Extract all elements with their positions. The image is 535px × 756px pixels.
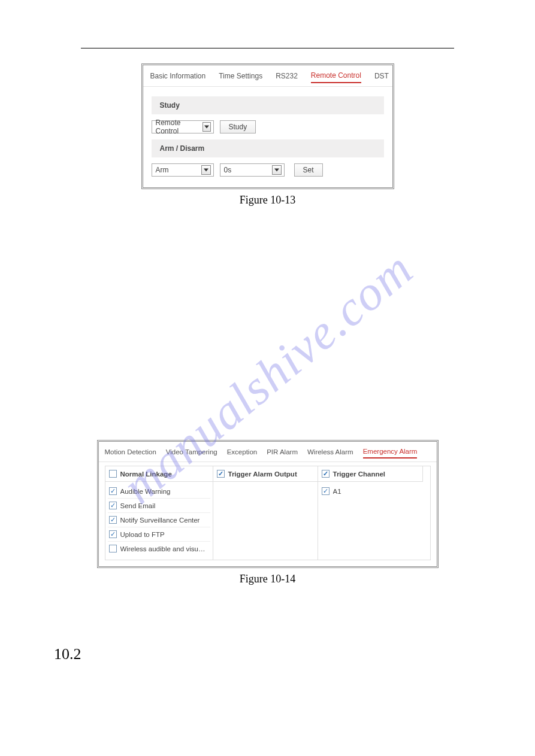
tab-dst[interactable]: DST <box>374 72 389 83</box>
linkage-item[interactable]: Send Email <box>108 499 210 513</box>
linkage-item-label: Send Email <box>120 502 156 509</box>
tab-motion-detection[interactable]: Motion Detection <box>105 448 156 458</box>
col-header-label: Trigger Channel <box>333 470 386 478</box>
arm-select[interactable]: Arm <box>152 163 214 177</box>
arm-section-header: Arm / Disarm <box>152 139 384 157</box>
channel-item[interactable]: A1 <box>321 484 421 498</box>
figure-10-13-caption: Figure 10-13 <box>48 194 487 207</box>
checkbox-icon[interactable] <box>109 470 117 478</box>
panel1-tabs: Basic Information Time Settings RS232 Re… <box>143 65 392 87</box>
col-header-trigger-channel[interactable]: Trigger Channel <box>318 466 423 482</box>
tab-rs232[interactable]: RS232 <box>276 72 298 83</box>
tab-time-settings[interactable]: Time Settings <box>219 72 262 83</box>
linkage-table: Normal Linkage Trigger Alarm Output Trig… <box>105 466 431 560</box>
arm-row: Arm 0s Set <box>152 161 384 179</box>
delay-select[interactable]: 0s <box>220 163 285 177</box>
tab-pir-alarm[interactable]: PIR Alarm <box>267 448 298 458</box>
page-rule <box>81 48 454 48</box>
set-button[interactable]: Set <box>294 163 323 177</box>
linkage-item[interactable]: Audible Warning <box>108 484 210 499</box>
tab-video-tampering[interactable]: Video Tampering <box>166 448 217 458</box>
col-trigger-channel: A1 <box>318 482 423 560</box>
checkbox-icon[interactable] <box>109 502 117 509</box>
col-header-trigger-alarm-output[interactable]: Trigger Alarm Output <box>213 466 318 482</box>
chevron-down-icon <box>202 122 211 132</box>
tab-remote-control[interactable]: Remote Control <box>311 71 361 83</box>
tab-basic-information[interactable]: Basic Information <box>150 72 206 83</box>
checkbox-icon[interactable] <box>109 530 117 538</box>
col-header-label: Normal Linkage <box>120 470 172 478</box>
linkage-item[interactable]: Wireless audible and visual… <box>108 542 210 555</box>
linkage-item[interactable]: Notify Surveillance Center <box>108 513 210 527</box>
checkbox-icon[interactable] <box>322 470 330 478</box>
study-section-header: Study <box>152 96 384 114</box>
col-normal-linkage: Audible Warning Send Email Notify Survei… <box>105 482 213 560</box>
checkbox-icon[interactable] <box>109 487 117 495</box>
delay-select-value: 0s <box>224 166 232 174</box>
col-header-label: Trigger Alarm Output <box>228 470 297 478</box>
checkbox-icon[interactable] <box>109 516 117 524</box>
chevron-down-icon <box>201 165 211 175</box>
study-button[interactable]: Study <box>220 120 256 133</box>
study-select-value: Remote Control <box>156 119 199 135</box>
tab-exception[interactable]: Exception <box>227 448 258 458</box>
tab-emergency-alarm[interactable]: Emergency Alarm <box>363 448 418 459</box>
chevron-down-icon <box>272 165 282 175</box>
checkbox-icon[interactable] <box>109 545 117 552</box>
study-row: Remote Control Study <box>152 118 384 136</box>
figure-10-14-caption: Figure 10-14 <box>48 573 487 585</box>
remote-control-panel: Basic Information Time Settings RS232 Re… <box>141 63 394 189</box>
emergency-alarm-panel: Motion Detection Video Tampering Excepti… <box>97 440 439 568</box>
linkage-item-label: Notify Surveillance Center <box>120 517 200 524</box>
panel1-body: Study Remote Control Study Arm / Disarm … <box>143 87 392 187</box>
study-select[interactable]: Remote Control <box>152 120 214 133</box>
linkage-item-label: Audible Warning <box>120 488 171 495</box>
linkage-item-label: Wireless audible and visual… <box>120 545 209 552</box>
checkbox-icon[interactable] <box>217 470 225 478</box>
linkage-item-label: Upload to FTP <box>120 531 165 538</box>
col-header-normal-linkage[interactable]: Normal Linkage <box>105 466 213 482</box>
linkage-item[interactable]: Upload to FTP <box>108 527 210 542</box>
checkbox-icon[interactable] <box>322 487 330 495</box>
section-number: 10.2 <box>54 645 487 663</box>
col-trigger-alarm-output <box>213 482 318 560</box>
channel-item-label: A1 <box>333 488 341 495</box>
panel2-tabs: Motion Detection Video Tampering Excepti… <box>99 442 437 462</box>
arm-select-value: Arm <box>156 166 169 174</box>
tab-wireless-alarm[interactable]: Wireless Alarm <box>307 448 353 458</box>
